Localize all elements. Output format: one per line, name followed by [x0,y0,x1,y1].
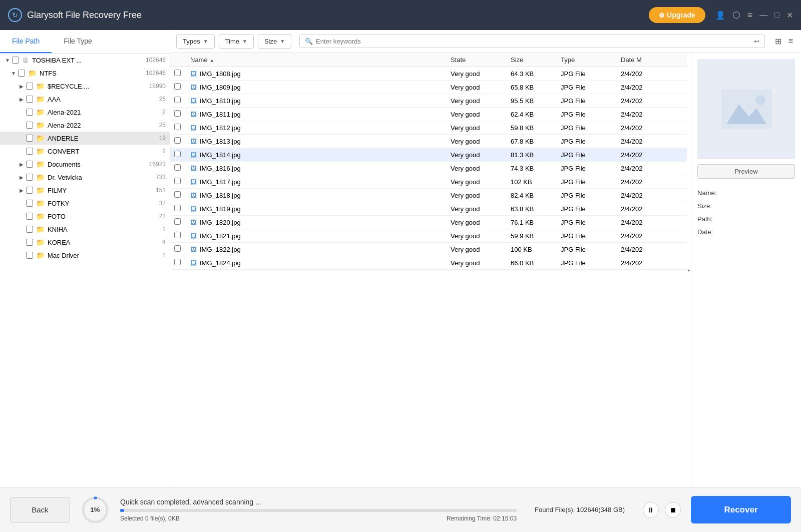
table-row[interactable]: 🖼IMG_1822.jpgVery good100 KBJPG File2/4/… [170,243,687,256]
tree-item-foto[interactable]: 📁FOTO21 [0,210,170,223]
tree-checkbox-macdriver[interactable] [26,252,33,259]
share-icon[interactable]: ⬡ [732,10,740,21]
tree-arrow-icon[interactable]: ▶ [18,161,25,168]
time-dropdown[interactable]: Time ▼ [219,34,254,49]
table-row[interactable]: 🖼IMG_1814.jpgVery good81.3 KBJPG File2/4… [170,148,687,162]
tree-arrow-icon[interactable] [18,213,25,220]
table-row[interactable]: 🖼IMG_1811.jpgVery good62.4 KBJPG File2/4… [170,108,687,121]
file-checkbox-0[interactable] [174,70,181,76]
menu-icon[interactable]: ≡ [747,10,753,21]
tree-item-fotky[interactable]: 📁FOTKY37 [0,197,170,210]
tree-arrow-icon[interactable] [18,226,25,233]
stop-button[interactable]: ⏹ [665,502,681,518]
size-dropdown[interactable]: Size ▼ [258,34,291,49]
recover-button[interactable]: Recover [691,496,791,523]
tree-arrow-icon[interactable] [18,122,25,129]
file-checkbox-1[interactable] [174,83,181,90]
types-dropdown[interactable]: Types ▼ [176,34,215,49]
tree-arrow-icon[interactable]: ▼ [10,70,17,77]
tree-item-convert[interactable]: 📁CONVERT2 [0,145,170,158]
tree-checkbox-convert[interactable] [26,148,33,155]
file-checkbox-5[interactable] [174,137,181,144]
tree-checkbox-anderle[interactable] [26,135,33,142]
table-row[interactable]: 🖼IMG_1809.jpgVery good65.8 KBJPG File2/4… [170,81,687,94]
list-view-icon[interactable]: ≡ [786,35,795,48]
tree-item-korea[interactable]: 📁KOREA4 [0,236,170,249]
minimize-icon[interactable]: — [759,11,767,20]
file-checkbox-10[interactable] [174,205,181,211]
tree-arrow-icon[interactable] [18,239,25,246]
file-checkbox-2[interactable] [174,97,181,103]
tree-checkbox-drvet[interactable] [26,174,33,181]
tree-arrow-icon[interactable]: ▶ [18,83,25,90]
file-checkbox-14[interactable] [174,259,181,265]
tree-item-recycle[interactable]: ▶📁$RECYCLE....15990 [0,80,170,93]
grid-view-icon[interactable]: ⊞ [773,35,783,48]
tree-checkbox-fotky[interactable] [26,200,33,207]
pause-button[interactable]: ⏸ [643,502,659,518]
back-button[interactable]: Back [10,497,70,522]
file-checkbox-9[interactable] [174,191,181,198]
header-type[interactable]: Type [557,56,617,64]
tab-filepath[interactable]: File Path [0,30,52,53]
tree-checkbox-alena2021[interactable] [26,109,33,116]
file-checkbox-8[interactable] [174,178,181,184]
close-icon[interactable]: ✕ [786,11,793,20]
header-date[interactable]: Date M [617,56,687,64]
tree-checkbox-filmy[interactable] [26,187,33,194]
table-row[interactable]: 🖼IMG_1810.jpgVery good95.5 KBJPG File2/4… [170,94,687,108]
tree-arrow-icon[interactable]: ▼ [4,57,11,64]
tree-arrow-icon[interactable] [18,148,25,155]
tree-item-kniha[interactable]: 📁KNIHA1 [0,223,170,236]
tree-checkbox-recycle[interactable] [26,83,33,90]
tree-checkbox-documents[interactable] [26,161,33,168]
tree-checkbox-korea[interactable] [26,239,33,246]
preview-button[interactable]: Preview [697,164,795,179]
tree-checkbox-drive1[interactable] [12,57,19,64]
tree-arrow-icon[interactable] [18,135,25,142]
search-enter-icon[interactable]: ↩ [754,38,759,45]
tree-checkbox-ntfs[interactable] [18,70,25,77]
header-state[interactable]: State [447,56,507,64]
upgrade-button[interactable]: ⊕ Upgrade [649,7,705,23]
table-row[interactable]: 🖼IMG_1819.jpgVery good63.8 KBJPG File2/4… [170,202,687,216]
tree-item-anderle[interactable]: 📁ANDERLE19 [0,132,170,145]
table-row[interactable]: 🖼IMG_1820.jpgVery good76.1 KBJPG File2/4… [170,216,687,229]
tree-item-macdriver[interactable]: 📁Mac Driver1 [0,249,170,262]
table-row[interactable]: 🖼IMG_1808.jpgVery good64.3 KBJPG File2/4… [170,67,687,81]
tree-checkbox-aaa[interactable] [26,96,33,103]
account-icon[interactable]: 👤 [715,11,725,20]
tree-item-drvet[interactable]: ▶📁Dr. Vetvicka733 [0,171,170,184]
tree-arrow-icon[interactable]: ▶ [18,187,25,194]
tree-item-drive1[interactable]: ▼🖥TOSHIBA EXT ...102646 [0,54,170,67]
tree-arrow-icon[interactable]: ▶ [18,174,25,181]
file-checkbox-4[interactable] [174,124,181,130]
maximize-icon[interactable]: □ [774,11,779,20]
tree-item-alena2021[interactable]: 📁Alena-20212 [0,106,170,119]
tab-filetype[interactable]: File Type [52,30,104,53]
tree-arrow-icon[interactable] [18,252,25,259]
header-size[interactable]: Size [507,56,557,64]
tree-checkbox-kniha[interactable] [26,226,33,233]
tree-arrow-icon[interactable] [18,109,25,116]
table-row[interactable]: 🖼IMG_1818.jpgVery good82.4 KBJPG File2/4… [170,189,687,202]
header-name[interactable]: Name ▲ [186,56,447,64]
tree-item-documents[interactable]: ▶📁Documents16923 [0,158,170,171]
file-checkbox-12[interactable] [174,232,181,238]
tree-item-aaa[interactable]: ▶📁AAA26 [0,93,170,106]
tree-checkbox-alena2022[interactable] [26,122,33,129]
table-row[interactable]: 🖼IMG_1821.jpgVery good59.9 KBJPG File2/4… [170,229,687,243]
file-checkbox-13[interactable] [174,245,181,252]
table-row[interactable]: 🖼IMG_1813.jpgVery good67.8 KBJPG File2/4… [170,135,687,148]
table-row[interactable]: 🖼IMG_1816.jpgVery good74.3 KBJPG File2/4… [170,162,687,175]
tree-item-ntfs[interactable]: ▼📁NTFS102646 [0,67,170,80]
resize-handle[interactable] [687,53,691,487]
file-checkbox-3[interactable] [174,110,181,117]
table-row[interactable]: 🖼IMG_1812.jpgVery good59.8 KBJPG File2/4… [170,121,687,135]
table-row[interactable]: 🖼IMG_1817.jpgVery good102 KBJPG File2/4/… [170,175,687,189]
tree-item-filmy[interactable]: ▶📁FILMY151 [0,184,170,197]
tree-checkbox-foto[interactable] [26,213,33,220]
tree-arrow-icon[interactable]: ▶ [18,96,25,103]
file-checkbox-11[interactable] [174,218,181,225]
table-row[interactable]: 🖼IMG_1824.jpgVery good66.0 KBJPG File2/4… [170,256,687,270]
